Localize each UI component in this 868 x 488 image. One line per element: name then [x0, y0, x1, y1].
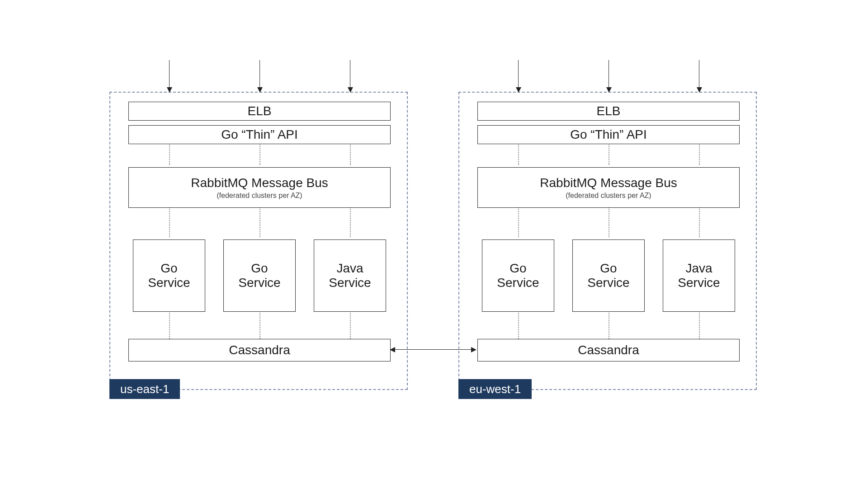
service-label: Go — [160, 261, 177, 275]
service-box: JavaService — [663, 239, 735, 312]
db-label: Cassandra — [578, 343, 639, 358]
region-us-east-1: ELB Go “Thin” API RabbitMQ Message Bus (… — [109, 92, 408, 390]
bus-subtitle: (federated clusters per AZ) — [217, 192, 302, 200]
arrow-in-icon — [350, 60, 350, 92]
elb-box: ELB — [477, 102, 740, 121]
bus-title: RabbitMQ Message Bus — [540, 175, 677, 191]
api-box: Go “Thin” API — [128, 125, 391, 144]
service-box: GoService — [482, 239, 554, 312]
service-label: Java — [336, 261, 363, 275]
connector-line — [609, 310, 609, 339]
api-box: Go “Thin” API — [477, 125, 740, 144]
connector-line — [699, 206, 700, 237]
connector-line — [169, 206, 170, 237]
connector-line — [518, 206, 519, 237]
connector-line — [259, 206, 260, 237]
connector-line — [518, 310, 519, 339]
bus-subtitle: (federated clusters per AZ) — [566, 192, 651, 200]
api-label: Go “Thin” API — [221, 127, 298, 142]
connector-line — [609, 206, 609, 237]
elb-label: ELB — [597, 103, 621, 119]
service-label: Service — [148, 276, 190, 290]
connector-line — [350, 206, 351, 237]
connector-line — [350, 310, 351, 339]
region-label: eu-west-1 — [458, 379, 532, 399]
elb-box: ELB — [128, 102, 391, 121]
service-label: Service — [329, 276, 371, 290]
db-box: Cassandra — [477, 339, 740, 361]
db-box: Cassandra — [128, 339, 391, 361]
service-label: Service — [238, 276, 280, 290]
region-eu-west-1: ELB Go “Thin” API RabbitMQ Message Bus (… — [458, 92, 757, 390]
bus-box: RabbitMQ Message Bus (federated clusters… — [477, 167, 740, 208]
service-label: Service — [678, 276, 720, 290]
arrow-in-icon — [518, 60, 519, 92]
service-label: Go — [600, 261, 617, 275]
connector-line — [699, 310, 700, 339]
arrow-in-icon — [609, 60, 609, 92]
service-box: GoService — [572, 239, 645, 312]
bus-title: RabbitMQ Message Bus — [191, 175, 328, 191]
bus-box: RabbitMQ Message Bus (federated clusters… — [128, 167, 391, 208]
service-box: GoService — [133, 239, 205, 312]
connector-line — [259, 310, 260, 339]
connector-line — [169, 310, 170, 339]
service-label: Go — [509, 261, 526, 275]
arrow-in-icon — [169, 60, 170, 92]
region-name: us-east-1 — [120, 382, 169, 396]
service-box: JavaService — [314, 239, 386, 312]
service-label: Java — [685, 261, 712, 275]
service-label: Go — [251, 261, 268, 275]
elb-label: ELB — [248, 103, 272, 119]
service-label: Service — [587, 276, 629, 290]
diagram-stage: ELB Go “Thin” API RabbitMQ Message Bus (… — [87, 49, 781, 439]
arrow-in-icon — [699, 60, 699, 92]
service-box: GoService — [223, 239, 296, 312]
region-label: us-east-1 — [109, 379, 180, 399]
cassandra-replication-arrow-icon — [391, 349, 476, 350]
arrow-in-icon — [259, 60, 260, 92]
db-label: Cassandra — [229, 343, 290, 358]
api-label: Go “Thin” API — [570, 127, 647, 142]
region-name: eu-west-1 — [469, 382, 521, 396]
service-label: Service — [497, 276, 539, 290]
